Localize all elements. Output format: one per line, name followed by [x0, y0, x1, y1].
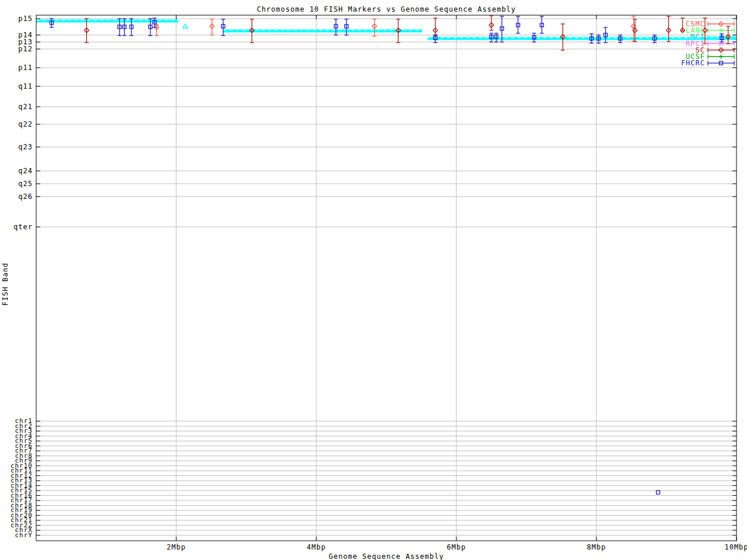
legend-marker-LANL	[719, 28, 724, 33]
nci-band-1	[36, 20, 179, 23]
y-tick-label-q26: q26	[18, 192, 33, 201]
y-tick-label-p11: p11	[18, 64, 33, 72]
y-tick-label-qter: qter	[13, 223, 33, 231]
x-tick-label-8Mbp: 8Mbp	[587, 543, 606, 551]
x-axis-label: Genome Sequence Assembly	[0, 552, 747, 560]
nci-band-3	[428, 37, 736, 40]
y-tick-label-q24: q24	[18, 167, 33, 175]
legend-label-FHCRC: FHCRC	[681, 59, 705, 67]
y-tick-label-q23: q23	[18, 143, 33, 151]
y-tick-label-p12: p12	[18, 45, 33, 53]
y-tick-label-q22: q22	[18, 120, 33, 128]
y-tick-label-p15: p15	[18, 15, 33, 23]
x-tick-label-4Mbp: 4Mbp	[307, 543, 326, 551]
plot-border	[36, 15, 736, 541]
y-tick-label-q11: q11	[18, 82, 33, 90]
fhcrc-point-23	[657, 491, 660, 494]
y-axis-label: FISH Band	[1, 261, 9, 307]
y-tick-label-q21: q21	[18, 103, 33, 111]
y-tick-label-chrY: chrY	[15, 531, 33, 539]
plot-canvas: CSMCLANLNCIRPCISCUCSFFHCRC2Mbp4Mbp6Mbp8M…	[0, 0, 747, 560]
legend-marker-UCSF	[719, 54, 724, 59]
x-tick-label-6Mbp: 6Mbp	[447, 543, 466, 551]
fish-marker-chart: CSMCLANLNCIRPCISCUCSFFHCRC2Mbp4Mbp6Mbp8M…	[0, 0, 747, 560]
chart-title: Chromosome 10 FISH Markers vs Genome Seq…	[0, 5, 747, 13]
x-tick-label-2Mbp: 2Mbp	[167, 543, 186, 551]
x-tick-label-10Mbp: 10Mbp	[724, 543, 747, 551]
nci-point	[183, 24, 188, 28]
y-tick-label-q25: q25	[18, 180, 33, 188]
